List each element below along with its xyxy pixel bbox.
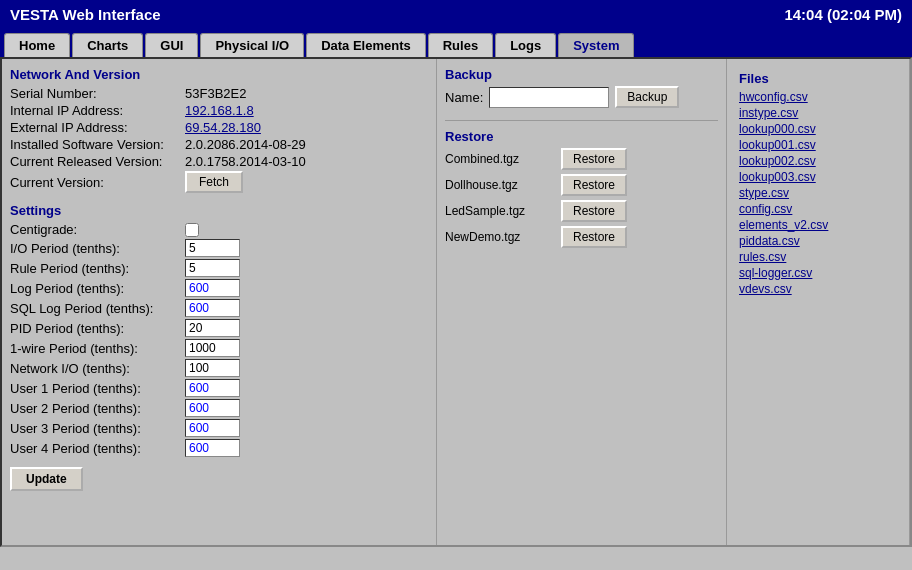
nav-tab-rules[interactable]: Rules xyxy=(428,33,493,57)
setting-row-9: User 2 Period (tenths): xyxy=(10,399,428,417)
setting-label-7: Network I/O (tenths): xyxy=(10,361,185,376)
setting-row-2: Rule Period (tenths): xyxy=(10,259,428,277)
backup-title: Backup xyxy=(445,67,718,82)
nav-tab-physical-i/o[interactable]: Physical I/O xyxy=(200,33,304,57)
file-link-8[interactable]: elements_v2.csv xyxy=(739,218,897,232)
backup-name-label: Name: xyxy=(445,90,483,105)
setting-row-0: Centigrade: xyxy=(10,222,428,237)
files-section: Files hwconfig.csvinstype.csvlookup000.c… xyxy=(735,67,901,302)
nav-tab-charts[interactable]: Charts xyxy=(72,33,143,57)
external-ip-link[interactable]: 69.54.28.180 xyxy=(185,120,261,135)
setting-label-6: 1-wire Period (tenths): xyxy=(10,341,185,356)
left-panel: Network And Version Serial Number: 53F3B… xyxy=(2,59,437,545)
current-version-row: Current Version: Fetch xyxy=(10,171,428,193)
setting-label-2: Rule Period (tenths): xyxy=(10,261,185,276)
internal-ip-link[interactable]: 192.168.1.8 xyxy=(185,103,254,118)
nav-tab-logs[interactable]: Logs xyxy=(495,33,556,57)
file-link-6[interactable]: stype.csv xyxy=(739,186,897,200)
setting-input-11[interactable] xyxy=(185,439,240,457)
backup-name-input[interactable] xyxy=(489,87,609,108)
setting-input-5[interactable] xyxy=(185,319,240,337)
setting-input-9[interactable] xyxy=(185,399,240,417)
file-link-3[interactable]: lookup001.csv xyxy=(739,138,897,152)
file-link-11[interactable]: sql-logger.csv xyxy=(739,266,897,280)
restore-section: Restore Combined.tgzRestoreDollhouse.tgz… xyxy=(445,129,718,248)
file-link-12[interactable]: vdevs.csv xyxy=(739,282,897,296)
backup-row: Name: Backup xyxy=(445,86,718,108)
setting-row-8: User 1 Period (tenths): xyxy=(10,379,428,397)
settings-section: Settings Centigrade:I/O Period (tenths):… xyxy=(10,203,428,491)
file-link-0[interactable]: hwconfig.csv xyxy=(739,90,897,104)
serial-number-row: Serial Number: 53F3B2E2 xyxy=(10,86,428,101)
setting-input-4[interactable] xyxy=(185,299,240,317)
navbar: HomeChartsGUIPhysical I/OData ElementsRu… xyxy=(0,29,912,57)
fetch-button[interactable]: Fetch xyxy=(185,171,243,193)
setting-row-6: 1-wire Period (tenths): xyxy=(10,339,428,357)
external-ip-row: External IP Address: 69.54.28.180 xyxy=(10,120,428,135)
backup-button[interactable]: Backup xyxy=(615,86,679,108)
serial-number-value: 53F3B2E2 xyxy=(185,86,246,101)
restore-button-0[interactable]: Restore xyxy=(561,148,627,170)
restore-row-2: LedSample.tgzRestore xyxy=(445,200,718,222)
file-link-10[interactable]: rules.csv xyxy=(739,250,897,264)
middle-panel: Backup Name: Backup Restore Combined.tgz… xyxy=(437,59,727,545)
settings-title: Settings xyxy=(10,203,428,218)
file-link-9[interactable]: piddata.csv xyxy=(739,234,897,248)
titlebar: VESTA Web Interface 14:04 (02:04 PM) xyxy=(0,0,912,29)
installed-version-row: Installed Software Version: 2.0.2086.201… xyxy=(10,137,428,152)
restore-row-3: NewDemo.tgzRestore xyxy=(445,226,718,248)
setting-input-10[interactable] xyxy=(185,419,240,437)
file-link-5[interactable]: lookup003.csv xyxy=(739,170,897,184)
setting-row-1: I/O Period (tenths): xyxy=(10,239,428,257)
restore-rows: Combined.tgzRestoreDollhouse.tgzRestoreL… xyxy=(445,148,718,248)
restore-button-1[interactable]: Restore xyxy=(561,174,627,196)
setting-input-1[interactable] xyxy=(185,239,240,257)
nav-tab-system[interactable]: System xyxy=(558,33,634,57)
file-link-7[interactable]: config.csv xyxy=(739,202,897,216)
restore-filename-2: LedSample.tgz xyxy=(445,204,555,218)
restore-button-3[interactable]: Restore xyxy=(561,226,627,248)
internal-ip-row: Internal IP Address: 192.168.1.8 xyxy=(10,103,428,118)
setting-input-6[interactable] xyxy=(185,339,240,357)
restore-button-2[interactable]: Restore xyxy=(561,200,627,222)
setting-row-4: SQL Log Period (tenths): xyxy=(10,299,428,317)
app-title: VESTA Web Interface xyxy=(10,6,161,23)
setting-row-10: User 3 Period (tenths): xyxy=(10,419,428,437)
restore-filename-3: NewDemo.tgz xyxy=(445,230,555,244)
setting-row-5: PID Period (tenths): xyxy=(10,319,428,337)
current-released-label: Current Released Version: xyxy=(10,154,185,169)
files-list: hwconfig.csvinstype.csvlookup000.csvlook… xyxy=(739,90,897,296)
right-panel: Files hwconfig.csvinstype.csvlookup000.c… xyxy=(727,59,910,545)
setting-label-9: User 2 Period (tenths): xyxy=(10,401,185,416)
centigrade-checkbox[interactable] xyxy=(185,223,199,237)
external-ip-label: External IP Address: xyxy=(10,120,185,135)
setting-input-8[interactable] xyxy=(185,379,240,397)
setting-row-7: Network I/O (tenths): xyxy=(10,359,428,377)
setting-label-1: I/O Period (tenths): xyxy=(10,241,185,256)
restore-filename-1: Dollhouse.tgz xyxy=(445,178,555,192)
setting-label-11: User 4 Period (tenths): xyxy=(10,441,185,456)
restore-title: Restore xyxy=(445,129,718,144)
setting-label-8: User 1 Period (tenths): xyxy=(10,381,185,396)
files-title: Files xyxy=(739,71,897,86)
setting-row-3: Log Period (tenths): xyxy=(10,279,428,297)
file-link-4[interactable]: lookup002.csv xyxy=(739,154,897,168)
main-content: Network And Version Serial Number: 53F3B… xyxy=(0,57,912,547)
file-link-1[interactable]: instype.csv xyxy=(739,106,897,120)
update-button[interactable]: Update xyxy=(10,467,83,491)
current-time: 14:04 (02:04 PM) xyxy=(784,6,902,23)
setting-input-3[interactable] xyxy=(185,279,240,297)
setting-label-10: User 3 Period (tenths): xyxy=(10,421,185,436)
setting-label-0: Centigrade: xyxy=(10,222,185,237)
network-title: Network And Version xyxy=(10,67,428,82)
current-version-label: Current Version: xyxy=(10,175,185,190)
nav-tab-data-elements[interactable]: Data Elements xyxy=(306,33,426,57)
nav-tab-gui[interactable]: GUI xyxy=(145,33,198,57)
setting-label-5: PID Period (tenths): xyxy=(10,321,185,336)
current-released-row: Current Released Version: 2.0.1758.2014-… xyxy=(10,154,428,169)
setting-input-7[interactable] xyxy=(185,359,240,377)
file-link-2[interactable]: lookup000.csv xyxy=(739,122,897,136)
nav-tab-home[interactable]: Home xyxy=(4,33,70,57)
setting-label-4: SQL Log Period (tenths): xyxy=(10,301,185,316)
setting-input-2[interactable] xyxy=(185,259,240,277)
